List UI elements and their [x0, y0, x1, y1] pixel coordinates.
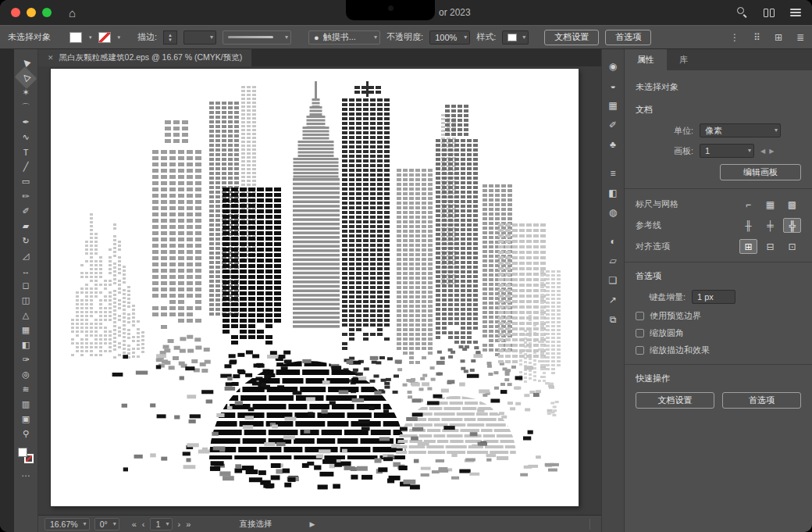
stroke-swatch[interactable] — [98, 32, 111, 43]
ruler-icon[interactable]: ⌐ — [739, 197, 757, 212]
workspace-switcher-icon[interactable]: ≣ — [796, 32, 804, 43]
eyedropper-tool[interactable]: ✑ — [17, 352, 34, 367]
type-tool[interactable]: T — [17, 145, 34, 159]
artboard[interactable] — [51, 69, 579, 506]
fill-stroke-indicator[interactable] — [18, 448, 34, 463]
eraser-tool[interactable]: ▰ — [17, 219, 34, 234]
next-artboard-button[interactable]: ▶ — [769, 148, 778, 155]
tab-properties[interactable]: 属性 — [625, 49, 667, 70]
control-bar-right-icons: ⋮⠿⊞≣ — [730, 32, 804, 43]
rotation-dropdown[interactable]: 0° — [94, 518, 119, 530]
quick-preferences-button[interactable]: 首选项 — [722, 392, 801, 409]
tab-libraries[interactable]: 库 — [667, 49, 700, 70]
fill-color-indicator[interactable] — [18, 448, 27, 457]
swatches-panel-icon[interactable]: ▦ — [604, 98, 621, 113]
zoom-level-dropdown[interactable]: 16.67% — [45, 518, 90, 530]
first-artboard-icon[interactable]: « — [132, 520, 137, 529]
scale-strokes-effects-checkbox[interactable] — [636, 346, 644, 355]
perspective-grid-tool[interactable]: △ — [17, 308, 34, 323]
rectangle-tool[interactable]: ▭ — [17, 174, 34, 189]
brush-dropdown[interactable]: ● 触摸书... — [308, 30, 380, 45]
prev-artboard-button[interactable]: ◀ — [760, 148, 769, 155]
window-title: or 2023 — [439, 7, 471, 18]
units-dropdown[interactable]: 像素 — [700, 123, 781, 137]
pen-tool[interactable]: ✒ — [17, 115, 34, 130]
scale-corners-checkbox[interactable] — [636, 329, 644, 337]
artboard-dropdown[interactable]: 1 — [700, 144, 754, 158]
smart-guides-icon[interactable]: ╬ — [783, 218, 801, 233]
transparency-panel-icon[interactable]: ◍ — [604, 205, 621, 220]
gradient-panel-icon[interactable]: ◧ — [604, 185, 621, 201]
style-dropdown[interactable] — [502, 30, 529, 45]
width-tool[interactable]: ↔ — [17, 263, 34, 278]
symbol-sprayer-tool[interactable]: ≋ — [17, 382, 34, 397]
layers-panel-icon[interactable]: ❏ — [604, 273, 621, 288]
color-guide-panel-icon[interactable]: ◒ — [604, 78, 621, 94]
tab-close-icon[interactable]: ✕ — [48, 54, 54, 62]
prev-artboard-icon[interactable]: ‹ — [142, 520, 145, 529]
document-tab[interactable]: ✕ 黑白灰颗粒感建筑02.eps @ 16.67 % (CMYK/预览) — [38, 49, 251, 66]
snap-pixel-icon[interactable]: ⊞ — [739, 239, 757, 254]
last-artboard-icon[interactable]: » — [186, 520, 191, 529]
stroke-weight-dropdown[interactable] — [183, 30, 216, 45]
curvature-tool[interactable]: ∿ — [17, 130, 34, 145]
quick-document-setup-button[interactable]: 文档设置 — [636, 392, 714, 409]
guides-icon[interactable]: ╫ — [739, 218, 757, 233]
paintbrush-tool[interactable]: ✏ — [17, 189, 34, 204]
line-segment-tool[interactable]: ╱ — [17, 159, 34, 174]
document-setup-button[interactable]: 文档设置 — [544, 30, 599, 45]
blend-tool[interactable]: ◎ — [17, 367, 34, 382]
brushes-panel-icon[interactable]: ✐ — [604, 117, 621, 133]
stroke-profile-dropdown[interactable] — [223, 30, 291, 45]
lock-guides-icon[interactable]: ╪ — [761, 218, 779, 233]
edit-artboards-button[interactable]: 编辑画板 — [720, 164, 801, 180]
snap-grid-icon[interactable]: ⊟ — [761, 239, 779, 254]
rotate-tool[interactable]: ↻ — [17, 234, 34, 248]
shape-builder-tool[interactable]: ◫ — [17, 293, 34, 308]
keyboard-increment-input[interactable]: 1 px — [692, 290, 735, 304]
libraries-panel-icon[interactable]: ⧉ — [604, 312, 621, 327]
canvas-area[interactable] — [38, 66, 601, 515]
artboard-number-dropdown[interactable]: 1 — [150, 518, 172, 530]
preferences-button[interactable]: 首选项 — [605, 30, 651, 45]
touch-workspace-icon[interactable]: ⠿ — [753, 32, 760, 43]
search-icon[interactable] — [737, 7, 748, 18]
snap-point-icon[interactable]: ⊡ — [783, 239, 801, 254]
symbols-panel-icon[interactable]: ♣ — [604, 137, 621, 152]
home-icon[interactable]: ⌂ — [69, 6, 76, 20]
edit-toolbar-button[interactable]: … — [21, 468, 30, 479]
stroke-weight-stepper[interactable]: ▲▼ — [163, 30, 177, 45]
panel-menu-icon[interactable]: ⋮ — [730, 32, 739, 43]
appearance-panel-icon[interactable]: ◐ — [604, 234, 621, 249]
color-panel-icon[interactable]: ◉ — [604, 59, 621, 74]
maximize-window-button[interactable] — [42, 8, 52, 17]
stroke-panel-icon[interactable]: ≡ — [604, 166, 621, 181]
grid-icon[interactable]: ▦ — [761, 197, 779, 212]
keyboard-increment-value: 1 px — [697, 292, 714, 302]
gradient-tool[interactable]: ◧ — [17, 337, 34, 352]
shaper-tool[interactable]: ✐ — [17, 204, 34, 219]
asset-export-panel-icon[interactable]: ↗ — [604, 292, 621, 308]
fill-swatch[interactable] — [69, 32, 82, 43]
artboard-tool[interactable]: ▣ — [17, 412, 34, 427]
minimize-window-button[interactable] — [27, 8, 36, 17]
close-window-button[interactable] — [11, 8, 20, 17]
zoom-tool[interactable]: ⚲ — [17, 427, 34, 441]
free-transform-tool[interactable]: ◻ — [17, 278, 34, 293]
arrange-documents-icon[interactable]: ⊞ — [775, 32, 782, 43]
layout-icon[interactable] — [764, 9, 775, 17]
transparency-grid-icon[interactable]: ▩ — [783, 197, 801, 212]
opacity-dropdown[interactable]: 100% — [429, 30, 470, 45]
artwork-canvas[interactable] — [51, 69, 579, 506]
snap-options-label: 对齐选项 — [636, 241, 735, 252]
use-preview-bounds-checkbox[interactable] — [636, 312, 644, 320]
opacity-label: 不透明度: — [386, 31, 423, 43]
menu-icon[interactable] — [790, 9, 801, 16]
scale-tool[interactable]: ◿ — [17, 248, 34, 263]
next-artboard-icon[interactable]: › — [178, 520, 181, 529]
lasso-tool[interactable]: ⌒ — [17, 100, 34, 115]
mesh-tool[interactable]: ▦ — [17, 323, 34, 337]
graphic-styles-panel-icon[interactable]: ▱ — [604, 253, 621, 269]
status-expand-icon[interactable]: ▶ — [309, 520, 315, 528]
column-graph-tool[interactable]: ▥ — [17, 397, 34, 412]
